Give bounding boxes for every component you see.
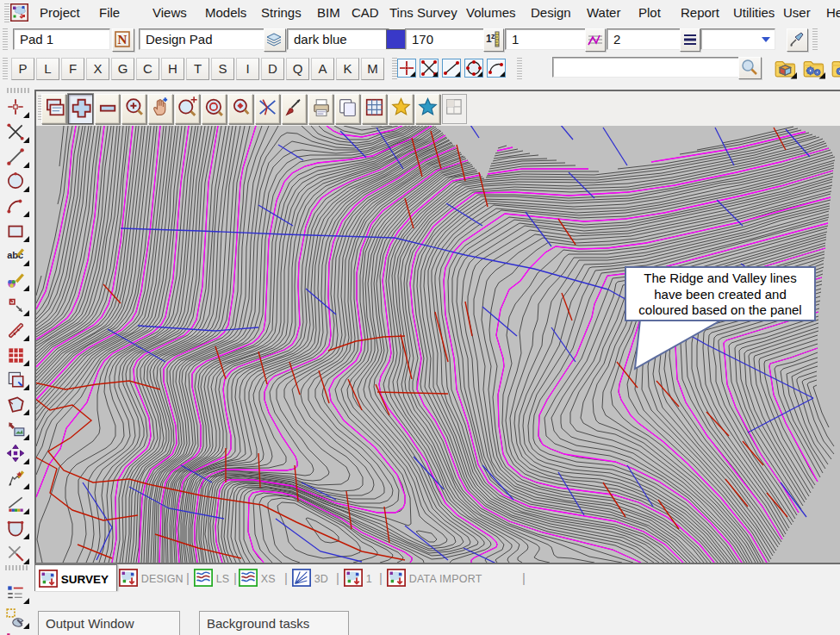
svg-text:N: N	[118, 33, 128, 47]
svg-text:z: z	[491, 32, 495, 40]
